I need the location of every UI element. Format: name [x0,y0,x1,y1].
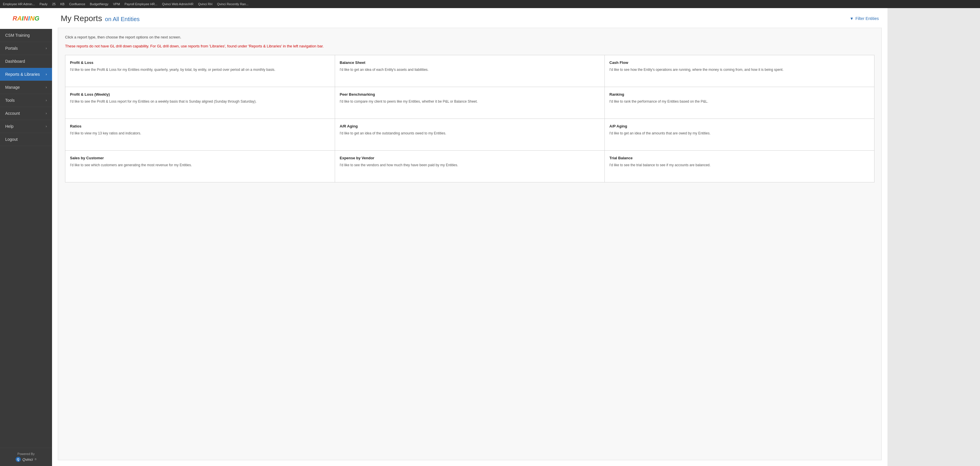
report-title: Ratios [70,124,330,128]
page-header: My Reports on All Entities ▼ Filter Enti… [52,8,888,28]
report-desc: I'd like to see the Profit & Loss for my… [70,67,330,72]
sidebar: RAINING CSM Training Portals › Dashboard… [0,8,52,466]
sidebar-item-csm-training[interactable]: CSM Training [0,29,52,42]
sidebar-item-help[interactable]: Help › [0,120,52,133]
top-nav-25[interactable]: 25 [52,2,56,6]
sidebar-powered-by: Powered By Q Qvinci ® [0,448,52,466]
report-desc: I'd like to see which customers are gene… [70,162,330,168]
sidebar-item-reports-libraries[interactable]: Reports & Libraries › [0,68,52,81]
filter-icon: ▼ [850,16,854,21]
report-title: Peer Benchmarking [340,92,600,97]
report-grid: Profit & Loss I'd like to see the Profit… [65,55,875,183]
report-cell-profit-loss-weekly[interactable]: Profit & Loss (Weekly) I'd like to see t… [65,87,335,119]
qvinci-logo-icon: Q [16,457,21,462]
report-desc: I'd like to rank the performance of my E… [609,99,870,104]
page-title-area: My Reports on All Entities [61,14,140,23]
report-desc: I'd like to see how the Entity's operati… [609,67,870,72]
report-title: Expense by Vendor [340,156,600,160]
report-title: Trial Balance [609,156,870,160]
qvinci-brand-name: Qvinci [22,457,33,462]
top-nav-payroll[interactable]: Payroll Employee HR... [125,2,158,6]
top-nav-budgetnergy[interactable]: BudgetNergy [90,2,108,6]
report-title: A/R Aging [340,124,600,128]
sidebar-item-portals[interactable]: Portals › [0,42,52,55]
top-nav-employee[interactable]: Employee HR Admin... [3,2,35,6]
report-title: A/P Aging [609,124,870,128]
sidebar-navigation: CSM Training Portals › Dashboard Reports… [0,29,52,448]
report-title: Balance Sheet [340,60,600,65]
registered-trademark: ® [35,458,37,461]
reports-warning: These reports do not have GL drill down … [65,43,875,49]
report-cell-balance-sheet[interactable]: Balance Sheet I'd like to get an idea of… [335,55,605,87]
report-desc: I'd like to see the vendors and how much… [340,162,600,168]
report-title: Cash Flow [609,60,870,65]
report-desc: I'd like to compare my client to peers l… [340,99,600,104]
top-nav-kb[interactable]: KB [60,2,64,6]
page-subtitle: on All Entities [105,16,140,22]
reports-container: Click a report type, then choose the rep… [58,28,882,460]
top-nav-qvinci-admin[interactable]: Qvinci Web Admin/HR [162,2,194,6]
report-title: Ranking [609,92,870,97]
sidebar-item-account[interactable]: Account › [0,107,52,120]
top-nav-vpm[interactable]: VPM [113,2,120,6]
chevron-right-icon-help: › [46,124,47,128]
main-content: My Reports on All Entities ▼ Filter Enti… [52,8,888,466]
report-cell-sales-by-customer[interactable]: Sales by Customer I'd like to see which … [65,151,335,183]
report-title: Sales by Customer [70,156,330,160]
chevron-right-icon: › [46,46,47,50]
report-cell-ap-aging[interactable]: A/P Aging I'd like to get an idea of the… [605,119,875,151]
chevron-right-icon-account: › [46,111,47,115]
sidebar-item-manage[interactable]: Manage › [0,81,52,94]
chevron-right-icon-tools: › [46,98,47,102]
report-title: Profit & Loss [70,60,330,65]
top-nav-confluence[interactable]: Confluence [69,2,85,6]
report-cell-peer-benchmarking[interactable]: Peer Benchmarking I'd like to compare my… [335,87,605,119]
sidebar-item-logout[interactable]: Logout [0,133,52,146]
page-title: My Reports [61,14,102,23]
top-nav-pauly[interactable]: Pauly [40,2,48,6]
sidebar-item-dashboard[interactable]: Dashboard [0,55,52,68]
top-nav: Employee HR Admin... Pauly 25 KB Conflue… [0,0,980,8]
chevron-right-icon-manage: › [46,85,47,89]
report-cell-profit-loss[interactable]: Profit & Loss I'd like to see the Profit… [65,55,335,87]
right-panel [888,8,980,466]
report-desc: I'd like to see the trial balance to see… [609,162,870,168]
report-cell-trial-balance[interactable]: Trial Balance I'd like to see the trial … [605,151,875,183]
chevron-right-icon-active: › [46,72,47,76]
filter-entities-button[interactable]: ▼ Filter Entities [850,16,879,21]
reports-instruction: Click a report type, then choose the rep… [65,35,875,39]
sidebar-logo[interactable]: RAINING [0,8,52,29]
report-cell-ranking[interactable]: Ranking I'd like to rank the performance… [605,87,875,119]
report-desc: I'd like to get an idea of each Entity's… [340,67,600,72]
report-desc: I'd like to get an idea of the amounts t… [609,130,870,136]
report-desc: I'd like to see the Profit & Loss report… [70,99,330,104]
report-cell-expense-by-vendor[interactable]: Expense by Vendor I'd like to see the ve… [335,151,605,183]
report-cell-ar-aging[interactable]: A/R Aging I'd like to get an idea of the… [335,119,605,151]
top-nav-qvinci-recent[interactable]: Qvinci Recently Ran... [217,2,248,6]
report-desc: I'd like to view my 13 key ratios and in… [70,130,330,136]
sidebar-item-tools[interactable]: Tools › [0,94,52,107]
top-nav-qvinci-rh[interactable]: Qvinci RH [198,2,213,6]
report-title: Profit & Loss (Weekly) [70,92,330,97]
report-cell-cash-flow[interactable]: Cash Flow I'd like to see how the Entity… [605,55,875,87]
report-desc: I'd like to get an idea of the outstandi… [340,130,600,136]
report-cell-ratios[interactable]: Ratios I'd like to view my 13 key ratios… [65,119,335,151]
